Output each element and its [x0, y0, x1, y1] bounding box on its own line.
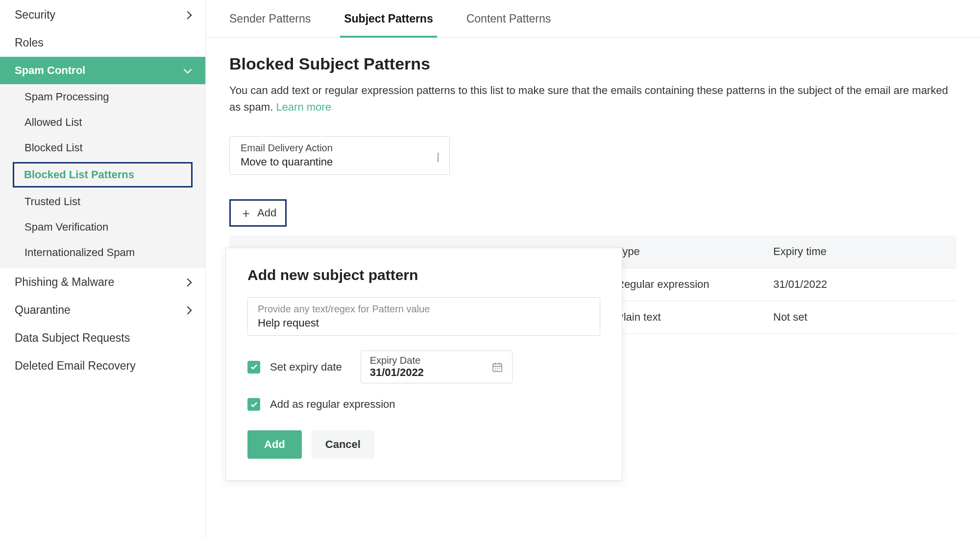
sidebar-item-trusted-list[interactable]: Trusted List — [0, 189, 205, 214]
expiry-date-input[interactable]: Expiry Date 31/01/2022 — [361, 351, 513, 383]
sidebar-item-label: Phishing & Malware — [15, 276, 185, 289]
chevron-down-icon — [438, 153, 439, 162]
table-header-expiry: Expiry time — [773, 245, 937, 258]
svg-point-7 — [495, 370, 496, 371]
calendar-icon — [491, 361, 503, 373]
sidebar-item-quarantine[interactable]: Quarantine — [0, 296, 205, 324]
chevron-right-icon — [184, 306, 192, 314]
chevron-right-icon — [184, 11, 192, 19]
expiry-date-label: Expiry Date — [370, 355, 424, 366]
sidebar-subsection: Spam Processing Allowed List Blocked Lis… — [0, 84, 205, 268]
svg-point-8 — [497, 370, 498, 371]
svg-point-5 — [497, 368, 498, 369]
sidebar-item-roles[interactable]: Roles — [0, 29, 205, 57]
sidebar-item-blocked-list[interactable]: Blocked List — [0, 135, 205, 161]
check-icon — [250, 400, 258, 409]
select-label: Email Delivery Action — [241, 142, 439, 154]
select-value: Move to quarantine — [241, 156, 439, 168]
tab-subject-patterns[interactable]: Subject Patterns — [344, 0, 433, 37]
sidebar-item-label: Security — [15, 8, 185, 22]
set-expiry-checkbox[interactable] — [247, 361, 260, 374]
sidebar-item-label: Quarantine — [15, 304, 185, 317]
tab-content-patterns[interactable]: Content Patterns — [466, 0, 551, 37]
cell-type: Regular expression — [616, 278, 773, 291]
cell-expiry: 31/01/2022 — [773, 278, 937, 291]
sidebar-section-label: Spam Control — [15, 64, 85, 77]
cell-expiry: Not set — [773, 311, 937, 324]
pattern-input-label: Provide any text/regex for Pattern value — [258, 304, 590, 315]
sidebar-item-data-subject-requests[interactable]: Data Subject Requests — [0, 324, 205, 352]
add-regex-label: Add as regular expression — [270, 398, 395, 411]
add-regex-checkbox[interactable] — [247, 398, 260, 411]
set-expiry-label: Set expiry date — [270, 361, 342, 374]
page-title: Blocked Subject Patterns — [229, 54, 956, 73]
sidebar-item-deleted-email-recovery[interactable]: Deleted Email Recovery — [0, 352, 205, 380]
page-description: You can add text or regular expression p… — [229, 82, 956, 116]
sidebar-item-spam-verification[interactable]: Spam Verification — [0, 214, 205, 240]
sidebar-item-blocked-list-patterns[interactable]: Blocked List Patterns — [13, 162, 193, 187]
add-pattern-popover: Add new subject pattern Provide any text… — [225, 248, 622, 481]
sidebar-section-spam-control[interactable]: Spam Control — [0, 57, 205, 84]
cell-type: Plain text — [616, 311, 773, 324]
pattern-input-container[interactable]: Provide any text/regex for Pattern value — [247, 297, 600, 336]
expiry-date-value: 31/01/2022 — [370, 366, 424, 379]
sidebar-item-security[interactable]: Security — [0, 1, 205, 29]
chevron-right-icon — [184, 278, 192, 286]
sidebar-item-phishing-malware[interactable]: Phishing & Malware — [0, 268, 205, 296]
sidebar-item-label: Roles — [15, 36, 191, 49]
email-delivery-action-select[interactable]: Email Delivery Action Move to quarantine — [229, 136, 450, 175]
sidebar-item-label: Data Subject Requests — [15, 331, 191, 345]
sidebar-item-spam-processing[interactable]: Spam Processing — [0, 84, 205, 110]
pattern-input[interactable] — [258, 317, 590, 329]
check-icon — [250, 363, 258, 371]
sidebar-item-label: Deleted Email Recovery — [15, 359, 191, 373]
add-button-label: Add — [257, 207, 276, 219]
add-button[interactable]: ＋ Add — [229, 199, 287, 227]
popover-add-button[interactable]: Add — [247, 430, 302, 459]
table-header-type: Type — [616, 245, 773, 258]
popover-cancel-button[interactable]: Cancel — [312, 430, 374, 459]
svg-point-6 — [499, 368, 500, 369]
plus-icon: ＋ — [240, 207, 252, 219]
sidebar-item-internationalized-spam[interactable]: Internationalized Spam — [0, 240, 205, 265]
svg-point-4 — [495, 368, 496, 369]
sidebar: Security Roles Spam Control Spam Process… — [0, 0, 206, 539]
popover-title: Add new subject pattern — [247, 267, 600, 283]
chevron-down-icon — [184, 66, 192, 74]
tab-sender-patterns[interactable]: Sender Patterns — [229, 0, 311, 37]
sidebar-item-allowed-list[interactable]: Allowed List — [0, 110, 205, 135]
tabs: Sender Patterns Subject Patterns Content… — [206, 0, 980, 38]
learn-more-link[interactable]: Learn more — [276, 101, 331, 113]
